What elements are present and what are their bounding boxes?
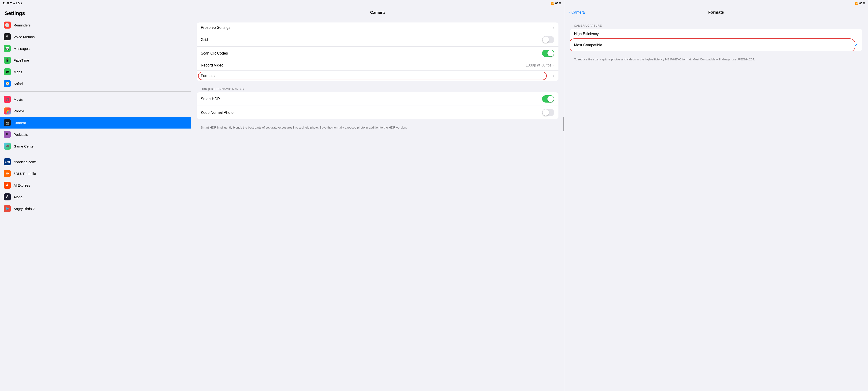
photos-label: Photos xyxy=(13,109,25,113)
safari-label: Safari xyxy=(13,82,23,86)
status-bar-left-pane: 11:32 Thu 1 Oct xyxy=(0,0,191,6)
smart-hdr-toggle[interactable] xyxy=(542,95,554,102)
maps-icon: 🗺 xyxy=(4,68,11,76)
scroll-indicator xyxy=(563,117,564,131)
status-time-date: 11:32 Thu 1 Oct xyxy=(3,2,22,5)
hdr-section: HDR (HIGH DYNAMIC RANGE) Smart HDR Keep … xyxy=(197,86,558,133)
sidebar-item-aliexpress[interactable]: A AliExpress xyxy=(0,179,191,191)
record-video-value: 1080p at 30 fps xyxy=(526,63,551,67)
camera-capture-header: CAMERA CAPTURE xyxy=(570,22,862,29)
camera-pane: 📶 86 % Camera Preserve Settings › Grid S… xyxy=(191,0,564,391)
safari-icon: 🧭 xyxy=(4,80,11,87)
record-video-value-area: 1080p at 30 fps › xyxy=(526,63,554,67)
formats-content: CAMERA CAPTURE High Efficiency Most Comp… xyxy=(564,18,868,69)
maps-label: Maps xyxy=(13,70,22,74)
keep-normal-toggle[interactable] xyxy=(542,109,554,116)
formats-title: Formats xyxy=(708,10,724,15)
formats-options-group: High Efficiency Most Compatible ✓ xyxy=(570,29,862,51)
high-efficiency-row[interactable]: High Efficiency xyxy=(570,29,862,39)
formats-oval-highlight xyxy=(198,72,547,80)
sidebar-item-camera[interactable]: 📷 Camera xyxy=(0,117,191,128)
sidebar-item-reminders[interactable]: ⚪ Reminders xyxy=(0,19,191,31)
sidebar-item-podcasts[interactable]: 🎙 Podcasts xyxy=(0,128,191,140)
keep-normal-label: Keep Normal Photo xyxy=(201,111,234,115)
reminders-label: Reminders xyxy=(13,23,31,27)
camera-content: Preserve Settings › Grid Scan QR Codes R… xyxy=(191,18,564,138)
formats-row[interactable]: Formats › xyxy=(197,71,558,81)
podcasts-label: Podcasts xyxy=(13,132,28,137)
booking-icon: Bkg xyxy=(4,158,11,165)
facetime-icon: 📱 xyxy=(4,57,11,64)
record-video-row[interactable]: Record Video 1080p at 30 fps › xyxy=(197,60,558,71)
keep-normal-row: Keep Normal Photo xyxy=(197,106,558,119)
formats-label: Formats xyxy=(201,74,215,78)
sidebar-item-facetime[interactable]: 📱 FaceTime xyxy=(0,54,191,66)
smart-hdr-toggle-knob xyxy=(548,96,554,102)
messages-icon: 💬 xyxy=(4,45,11,52)
scan-qr-label: Scan QR Codes xyxy=(201,51,228,56)
most-compatible-row[interactable]: Most Compatible ✓ xyxy=(570,39,862,51)
settings-section-system: ⚪ Reminders 🎙 Voice Memos 💬 Messages 📱 xyxy=(0,19,191,89)
most-compatible-oval-highlight xyxy=(570,38,855,51)
back-label: Camera xyxy=(571,10,585,14)
sidebar-item-game-center[interactable]: 🎮 Game Center xyxy=(0,140,191,152)
formats-chevron: › xyxy=(553,74,554,78)
aliexpress-icon: A xyxy=(4,182,11,189)
grid-toggle-knob xyxy=(542,36,549,43)
sidebar-item-booking[interactable]: Bkg "Booking.com" xyxy=(0,156,191,168)
smart-hdr-row: Smart HDR xyxy=(197,92,558,106)
sidebar-item-angry-birds[interactable]: 🐦 Angry Birds 2 xyxy=(0,203,191,214)
sidebar-item-music[interactable]: 🎵 Music xyxy=(0,93,191,105)
camera-label: Camera xyxy=(13,121,26,125)
smart-hdr-label: Smart HDR xyxy=(201,97,220,101)
settings-list: ⚪ Reminders 🎙 Voice Memos 💬 Messages 📱 xyxy=(0,19,191,385)
music-label: Music xyxy=(13,97,23,101)
hdr-group: Smart HDR Keep Normal Photo xyxy=(197,92,558,119)
scan-qr-toggle-knob xyxy=(548,50,554,56)
sidebar-item-maps[interactable]: 🗺 Maps xyxy=(0,66,191,78)
sidebar-item-photos[interactable]: 🌈 Photos xyxy=(0,105,191,117)
back-button[interactable]: ‹ Camera xyxy=(569,10,585,15)
settings-pane: 11:32 Thu 1 Oct Settings ⚪ Reminders 🎙 V… xyxy=(0,0,191,391)
hdr-footer: Smart HDR intelligently blends the best … xyxy=(197,124,558,133)
angry-birds-icon: 🐦 xyxy=(4,205,11,212)
most-compatible-checkmark: ✓ xyxy=(854,42,858,48)
3dlut-label: 3DLUT mobile xyxy=(13,172,36,176)
scan-qr-toggle[interactable] xyxy=(542,50,554,57)
music-icon: 🎵 xyxy=(4,96,11,103)
booking-label: "Booking.com" xyxy=(13,160,36,164)
game-center-label: Game Center xyxy=(13,144,35,148)
sidebar-item-aloha[interactable]: A Aloha xyxy=(0,191,191,203)
reminders-icon: ⚪ xyxy=(4,22,11,29)
formats-footer: To reduce file size, capture photos and … xyxy=(570,56,862,65)
preserve-settings-label: Preserve Settings xyxy=(201,26,230,30)
settings-section-apps: Bkg "Booking.com" 3D 3DLUT mobile A AliE… xyxy=(0,156,191,214)
grid-label: Grid xyxy=(201,38,208,42)
settings-section-media: 🎵 Music 🌈 Photos 📷 Camera 🎙 P xyxy=(0,93,191,152)
record-video-label: Record Video xyxy=(201,63,224,67)
record-video-chevron: › xyxy=(553,63,554,67)
facetime-label: FaceTime xyxy=(13,58,29,62)
camera-icon: 📷 xyxy=(4,119,11,126)
formats-pane: 📶 86 % ‹ Camera Formats CAMERA CAPTURE H… xyxy=(564,0,868,391)
grid-toggle[interactable] xyxy=(542,36,554,43)
sidebar-item-3dlut[interactable]: 3D 3DLUT mobile xyxy=(0,168,191,179)
sidebar-item-voice-memos[interactable]: 🎙 Voice Memos xyxy=(0,31,191,42)
aloha-icon: A xyxy=(4,193,11,201)
grid-row: Grid xyxy=(197,33,558,47)
photos-icon: 🌈 xyxy=(4,108,11,115)
formats-header: ‹ Camera Formats xyxy=(564,6,868,18)
3dlut-icon: 3D xyxy=(4,170,11,177)
game-center-icon: 🎮 xyxy=(4,143,11,150)
preserve-settings-row[interactable]: Preserve Settings › xyxy=(197,23,558,33)
sidebar-item-safari[interactable]: 🧭 Safari xyxy=(0,78,191,89)
aliexpress-label: AliExpress xyxy=(13,183,30,187)
preserve-settings-chevron: › xyxy=(553,26,554,30)
keep-normal-toggle-knob xyxy=(542,109,549,116)
podcasts-icon: 🎙 xyxy=(4,131,11,138)
sidebar-item-messages[interactable]: 💬 Messages xyxy=(0,42,191,54)
hdr-section-header: HDR (HIGH DYNAMIC RANGE) xyxy=(197,86,558,92)
angry-birds-label: Angry Birds 2 xyxy=(13,207,35,211)
back-chevron-icon: ‹ xyxy=(569,10,570,15)
settings-title: Settings xyxy=(0,6,191,19)
